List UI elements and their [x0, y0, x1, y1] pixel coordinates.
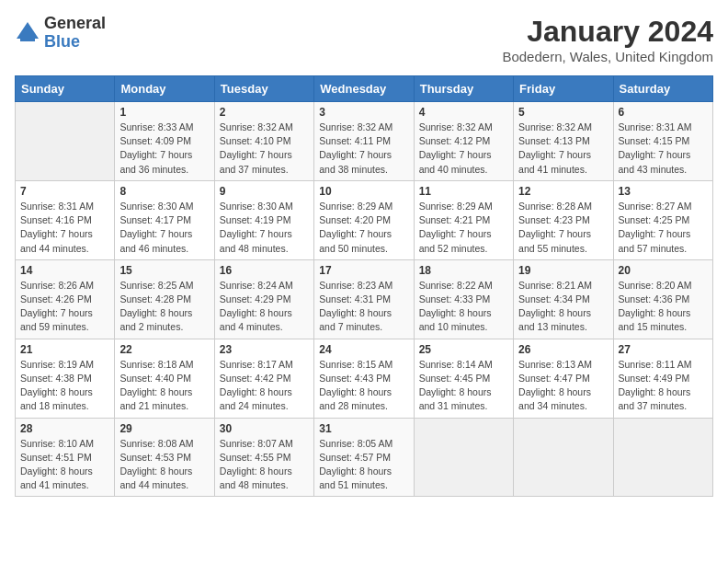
- calendar-cell: 27Sunrise: 8:11 AMSunset: 4:49 PMDayligh…: [613, 339, 712, 418]
- calendar-cell: 28Sunrise: 8:10 AMSunset: 4:51 PMDayligh…: [16, 418, 115, 497]
- calendar-cell: [414, 418, 513, 497]
- day-number: 30: [220, 422, 309, 435]
- week-row-1: 1Sunrise: 8:33 AMSunset: 4:09 PMDaylight…: [16, 102, 713, 181]
- page-header: General Blue January 2024 Bodedern, Wale…: [15, 15, 713, 64]
- calendar-cell: 16Sunrise: 8:24 AMSunset: 4:29 PMDayligh…: [214, 259, 313, 339]
- svg-rect-1: [20, 37, 35, 41]
- header-cell-saturday: Saturday: [613, 76, 712, 102]
- calendar-cell: 31Sunrise: 8:05 AMSunset: 4:57 PMDayligh…: [314, 418, 414, 497]
- calendar-body: 1Sunrise: 8:33 AMSunset: 4:09 PMDaylight…: [16, 102, 713, 497]
- day-number: 26: [518, 343, 608, 356]
- day-info: Sunrise: 8:25 AMSunset: 4:28 PMDaylight:…: [119, 279, 209, 335]
- header-cell-sunday: Sunday: [16, 76, 115, 102]
- day-info: Sunrise: 8:28 AMSunset: 4:23 PMDaylight:…: [518, 200, 608, 256]
- day-info: Sunrise: 8:29 AMSunset: 4:20 PMDaylight:…: [319, 200, 408, 256]
- day-info: Sunrise: 8:20 AMSunset: 4:36 PMDaylight:…: [619, 279, 708, 335]
- week-row-5: 28Sunrise: 8:10 AMSunset: 4:51 PMDayligh…: [16, 418, 713, 497]
- day-number: 24: [319, 343, 408, 356]
- header-cell-thursday: Thursday: [414, 76, 513, 102]
- day-number: 11: [419, 185, 508, 198]
- calendar-cell: 21Sunrise: 8:19 AMSunset: 4:38 PMDayligh…: [16, 339, 115, 418]
- day-info: Sunrise: 8:14 AMSunset: 4:45 PMDaylight:…: [419, 358, 508, 414]
- calendar-cell: 17Sunrise: 8:23 AMSunset: 4:31 PMDayligh…: [314, 259, 414, 339]
- calendar-cell: 14Sunrise: 8:26 AMSunset: 4:26 PMDayligh…: [16, 259, 115, 339]
- day-info: Sunrise: 8:22 AMSunset: 4:33 PMDaylight:…: [419, 279, 508, 335]
- day-info: Sunrise: 8:08 AMSunset: 4:53 PMDaylight:…: [119, 437, 209, 493]
- calendar-cell: 8Sunrise: 8:30 AMSunset: 4:17 PMDaylight…: [115, 180, 214, 259]
- day-info: Sunrise: 8:26 AMSunset: 4:26 PMDaylight:…: [20, 279, 109, 335]
- day-info: Sunrise: 8:31 AMSunset: 4:16 PMDaylight:…: [20, 200, 109, 256]
- day-number: 7: [20, 185, 109, 198]
- day-info: Sunrise: 8:32 AMSunset: 4:11 PMDaylight:…: [319, 121, 408, 177]
- logo-general-text: General: [44, 14, 106, 32]
- title-block: January 2024 Bodedern, Wales, United Kin…: [502, 15, 713, 64]
- day-info: Sunrise: 8:10 AMSunset: 4:51 PMDaylight:…: [20, 437, 109, 493]
- calendar-cell: 5Sunrise: 8:32 AMSunset: 4:13 PMDaylight…: [514, 102, 613, 181]
- calendar-cell: 6Sunrise: 8:31 AMSunset: 4:15 PMDaylight…: [613, 102, 712, 181]
- day-info: Sunrise: 8:05 AMSunset: 4:57 PMDaylight:…: [319, 437, 408, 493]
- day-info: Sunrise: 8:31 AMSunset: 4:15 PMDaylight:…: [619, 121, 708, 177]
- calendar-cell: 7Sunrise: 8:31 AMSunset: 4:16 PMDaylight…: [16, 180, 115, 259]
- day-number: 28: [20, 422, 109, 435]
- day-info: Sunrise: 8:18 AMSunset: 4:40 PMDaylight:…: [119, 358, 209, 414]
- day-number: 2: [220, 106, 309, 119]
- calendar-cell: 29Sunrise: 8:08 AMSunset: 4:53 PMDayligh…: [115, 418, 214, 497]
- day-number: 16: [220, 264, 309, 277]
- calendar-cell: 3Sunrise: 8:32 AMSunset: 4:11 PMDaylight…: [314, 102, 414, 181]
- day-info: Sunrise: 8:24 AMSunset: 4:29 PMDaylight:…: [220, 279, 309, 335]
- week-row-3: 14Sunrise: 8:26 AMSunset: 4:26 PMDayligh…: [16, 259, 713, 339]
- calendar-cell: 9Sunrise: 8:30 AMSunset: 4:19 PMDaylight…: [214, 180, 313, 259]
- day-number: 21: [20, 343, 109, 356]
- day-info: Sunrise: 8:33 AMSunset: 4:09 PMDaylight:…: [119, 121, 209, 177]
- day-number: 27: [619, 343, 708, 356]
- day-info: Sunrise: 8:30 AMSunset: 4:17 PMDaylight:…: [119, 200, 209, 256]
- day-info: Sunrise: 8:13 AMSunset: 4:47 PMDaylight:…: [518, 358, 608, 414]
- day-info: Sunrise: 8:07 AMSunset: 4:55 PMDaylight:…: [220, 437, 309, 493]
- calendar-cell: 26Sunrise: 8:13 AMSunset: 4:47 PMDayligh…: [514, 339, 613, 418]
- day-number: 4: [419, 106, 508, 119]
- logo-blue-text: Blue: [44, 32, 80, 51]
- header-cell-monday: Monday: [115, 76, 214, 102]
- day-number: 8: [119, 185, 209, 198]
- logo-icon: [15, 20, 40, 46]
- day-info: Sunrise: 8:19 AMSunset: 4:38 PMDaylight:…: [20, 358, 109, 414]
- day-info: Sunrise: 8:30 AMSunset: 4:19 PMDaylight:…: [220, 200, 309, 256]
- calendar-table: SundayMondayTuesdayWednesdayThursdayFrid…: [15, 75, 713, 497]
- week-row-2: 7Sunrise: 8:31 AMSunset: 4:16 PMDaylight…: [16, 180, 713, 259]
- day-number: 25: [419, 343, 508, 356]
- day-info: Sunrise: 8:15 AMSunset: 4:43 PMDaylight:…: [319, 358, 408, 414]
- calendar-cell: 20Sunrise: 8:20 AMSunset: 4:36 PMDayligh…: [613, 259, 712, 339]
- header-cell-tuesday: Tuesday: [214, 76, 313, 102]
- day-number: 12: [518, 185, 608, 198]
- day-number: 5: [518, 106, 608, 119]
- calendar-cell: [613, 418, 712, 497]
- calendar-cell: 15Sunrise: 8:25 AMSunset: 4:28 PMDayligh…: [115, 259, 214, 339]
- calendar-cell: 2Sunrise: 8:32 AMSunset: 4:10 PMDaylight…: [214, 102, 313, 181]
- day-number: 15: [119, 264, 209, 277]
- calendar-cell: 18Sunrise: 8:22 AMSunset: 4:33 PMDayligh…: [414, 259, 513, 339]
- day-number: 13: [619, 185, 708, 198]
- calendar-cell: 23Sunrise: 8:17 AMSunset: 4:42 PMDayligh…: [214, 339, 313, 418]
- calendar-cell: 10Sunrise: 8:29 AMSunset: 4:20 PMDayligh…: [314, 180, 414, 259]
- calendar-cell: 25Sunrise: 8:14 AMSunset: 4:45 PMDayligh…: [414, 339, 513, 418]
- day-number: 19: [518, 264, 608, 277]
- calendar-cell: 11Sunrise: 8:29 AMSunset: 4:21 PMDayligh…: [414, 180, 513, 259]
- calendar-cell: 4Sunrise: 8:32 AMSunset: 4:12 PMDaylight…: [414, 102, 513, 181]
- day-number: 3: [319, 106, 408, 119]
- calendar-cell: 1Sunrise: 8:33 AMSunset: 4:09 PMDaylight…: [115, 102, 214, 181]
- header-cell-friday: Friday: [514, 76, 613, 102]
- day-number: 10: [319, 185, 408, 198]
- day-number: 18: [419, 264, 508, 277]
- day-number: 20: [619, 264, 708, 277]
- header-row: SundayMondayTuesdayWednesdayThursdayFrid…: [16, 76, 713, 102]
- day-info: Sunrise: 8:21 AMSunset: 4:34 PMDaylight:…: [518, 279, 608, 335]
- calendar-cell: 13Sunrise: 8:27 AMSunset: 4:25 PMDayligh…: [613, 180, 712, 259]
- day-number: 1: [119, 106, 209, 119]
- day-number: 14: [20, 264, 109, 277]
- day-info: Sunrise: 8:23 AMSunset: 4:31 PMDaylight:…: [319, 279, 408, 335]
- day-info: Sunrise: 8:17 AMSunset: 4:42 PMDaylight:…: [220, 358, 309, 414]
- calendar-header: SundayMondayTuesdayWednesdayThursdayFrid…: [16, 76, 713, 102]
- calendar-cell: 22Sunrise: 8:18 AMSunset: 4:40 PMDayligh…: [115, 339, 214, 418]
- day-number: 31: [319, 422, 408, 435]
- day-info: Sunrise: 8:32 AMSunset: 4:13 PMDaylight:…: [518, 121, 608, 177]
